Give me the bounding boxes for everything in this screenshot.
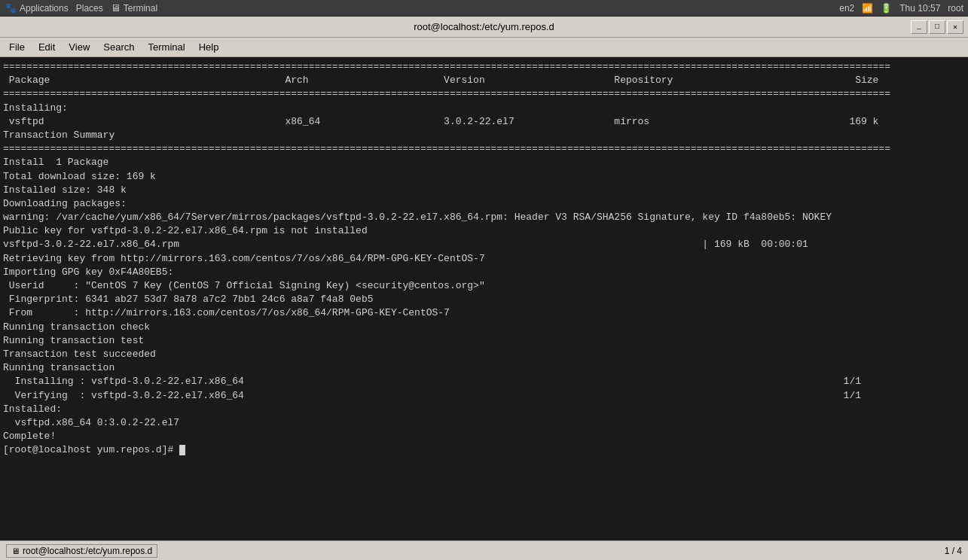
system-bar-left: 🐾 Applications Places 🖥 Terminal [5, 2, 157, 14]
terminal-line: Importing GPG key 0xF4A80EB5: [3, 266, 965, 279]
window-title: root@localhost:/etc/yum.repos.d [414, 21, 554, 32]
applications-menu[interactable]: 🐾 Applications [5, 2, 69, 14]
edit-menu[interactable]: Edit [32, 40, 61, 54]
system-bar-right: en2 📶 🔋 Thu 10:57 root [839, 3, 963, 14]
applications-label: Applications [20, 3, 69, 14]
status-bar: 🖥 root@localhost:/etc/yum.repos.d 1 / 4 [0, 540, 968, 560]
system-bar: 🐾 Applications Places 🖥 Terminal en2 📶 🔋… [0, 0, 968, 17]
terminal-line: Installing: [3, 102, 965, 115]
terminal-line: [root@localhost yum.repos.d]# [3, 443, 965, 457]
terminal-line: Running transaction [3, 361, 965, 375]
terminal-line: Installed: [3, 403, 965, 416]
terminal-line: warning: /var/cache/yum/x86_64/7Server/m… [3, 211, 965, 224]
terminal-tab-label: root@localhost:/etc/yum.repos.d [23, 546, 152, 556]
terminal-tab[interactable]: 🖥 root@localhost:/etc/yum.repos.d [6, 544, 157, 558]
language-indicator: en2 [839, 3, 854, 14]
terminal-line: From : http://mirrors.163.com/centos/7/o… [3, 306, 965, 320]
terminal-line: ========================================… [3, 142, 965, 156]
status-bar-left: 🖥 root@localhost:/etc/yum.repos.d [6, 544, 157, 558]
terminal-menu-item[interactable]: Terminal [142, 40, 191, 54]
terminal-line: Complete! [3, 430, 965, 443]
file-menu[interactable]: File [3, 40, 31, 54]
terminal-line: Install 1 Package [3, 156, 965, 169]
battery-icon: 🔋 [881, 3, 892, 14]
terminal-line: ========================================… [3, 60, 965, 74]
terminal-line: ========================================… [3, 87, 965, 101]
terminal-line: Running transaction check [3, 321, 965, 334]
terminal-line: Transaction Summary [3, 129, 965, 142]
places-menu[interactable]: Places [76, 3, 103, 14]
clock: Thu 10:57 [899, 3, 940, 14]
view-menu[interactable]: View [63, 40, 96, 54]
window-controls[interactable]: _ □ ✕ [911, 20, 963, 34]
title-bar: root@localhost:/etc/yum.repos.d _ □ ✕ [0, 17, 968, 38]
close-button[interactable]: ✕ [947, 20, 963, 34]
terminal-line: vsftpd x86_64 3.0.2-22.el7 mirros 169 k [3, 115, 965, 129]
terminal-line: vsftpd.x86_64 0:3.0.2-22.el7 [3, 416, 965, 430]
terminal-line: Total download size: 169 k [3, 170, 965, 184]
terminal-line: Fingerprint: 6341 ab27 53d7 8a78 a7c2 7b… [3, 293, 965, 306]
terminal-line: Verifying : vsftpd-3.0.2-22.el7.x86_64 1… [3, 389, 965, 403]
terminal-line: Public key for vsftpd-3.0.2-22.el7.x86_6… [3, 224, 965, 238]
terminal-line: Running transaction test [3, 334, 965, 348]
help-menu[interactable]: Help [193, 40, 225, 54]
maximize-button[interactable]: □ [929, 20, 945, 34]
terminal-line: Installing : vsftpd-3.0.2-22.el7.x86_64 … [3, 375, 965, 388]
terminal-line: vsftpd-3.0.2-22.el7.x86_64.rpm | 169 kB … [3, 238, 965, 251]
terminal-cursor [179, 445, 185, 455]
search-menu[interactable]: Search [97, 40, 140, 54]
terminal-line: Package Arch Version Repository Size [3, 74, 965, 87]
terminal-line: Downloading packages: [3, 197, 965, 211]
terminal-line: Userid : "CentOS 7 Key (CentOS 7 Officia… [3, 279, 965, 293]
terminal-menu[interactable]: 🖥 Terminal [111, 2, 157, 14]
terminal-line: Retrieving key from http://mirrors.163.c… [3, 252, 965, 266]
user-name: root [948, 3, 963, 14]
network-icon: 📶 [862, 3, 873, 14]
minimize-button[interactable]: _ [911, 20, 927, 34]
terminal-label: Terminal [124, 3, 157, 14]
terminal-line: Transaction test succeeded [3, 348, 965, 361]
menu-bar: File Edit View Search Terminal Help [0, 38, 968, 57]
terminal-output[interactable]: ========================================… [0, 57, 968, 540]
terminal-line: Installed size: 348 k [3, 184, 965, 197]
tab-count: 1 / 4 [945, 546, 962, 556]
